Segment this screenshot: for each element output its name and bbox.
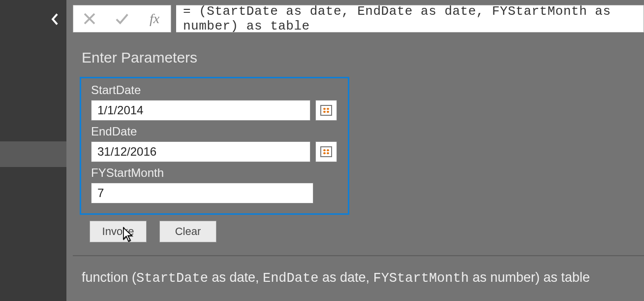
end-date-input[interactable] [91, 141, 310, 162]
fy-start-month-input[interactable] [91, 183, 313, 203]
back-button[interactable] [47, 12, 62, 27]
end-date-label: EndDate [91, 125, 339, 138]
action-buttons: Invoke Clear [90, 221, 644, 242]
left-sidebar [0, 0, 66, 301]
formula-bar: fx = (StartDate as date, EndDate as date… [73, 5, 644, 33]
close-icon [82, 11, 97, 26]
start-date-input[interactable] [91, 100, 310, 121]
clear-button[interactable]: Clear [159, 221, 216, 242]
fx-icon: fx [150, 11, 159, 27]
fx-button[interactable]: fx [138, 5, 171, 32]
confirm-formula-button[interactable] [106, 5, 138, 32]
calendar-icon [320, 105, 332, 116]
main-content: Enter Parameters StartDate EndDate FYSta… [73, 44, 644, 301]
formula-input[interactable]: = (StartDate as date, EndDate as date, F… [176, 5, 644, 33]
calendar-icon [320, 146, 332, 157]
horizontal-divider [73, 255, 644, 256]
invoke-button[interactable]: Invoke [90, 221, 147, 242]
parameters-panel: StartDate EndDate FYStartMonth [80, 77, 349, 215]
fy-start-month-label: FYStartMonth [91, 166, 339, 180]
start-date-picker-button[interactable] [315, 100, 337, 121]
function-signature: function (StartDate as date, EndDate as … [82, 270, 644, 286]
enter-parameters-heading: Enter Parameters [82, 49, 644, 66]
end-date-picker-button[interactable] [315, 141, 337, 162]
chevron-left-icon [50, 13, 59, 26]
start-date-label: StartDate [91, 83, 339, 97]
check-icon [115, 11, 129, 26]
cancel-formula-button[interactable] [73, 5, 106, 32]
formula-actions: fx [73, 5, 171, 33]
sidebar-selected-item[interactable] [0, 141, 66, 167]
